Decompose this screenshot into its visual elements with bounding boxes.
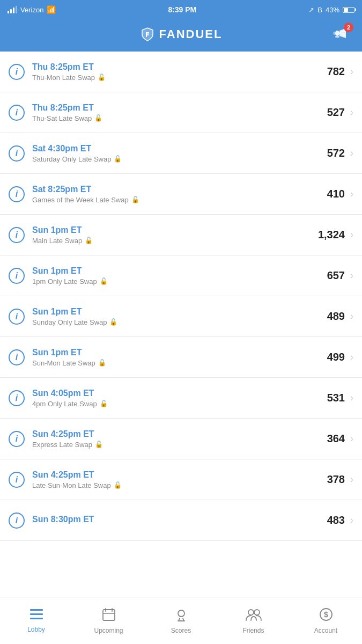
- scores-label: Scores: [171, 627, 191, 634]
- info-icon[interactable]: i: [9, 105, 25, 121]
- friends-label: Friends: [242, 627, 264, 634]
- contest-time: Sun 1pm ET: [32, 225, 313, 235]
- app-name: FANDUEL: [159, 27, 223, 41]
- contest-count: 499: [313, 351, 345, 363]
- lock-icon: 🔓: [94, 114, 102, 122]
- contest-info: Sun 4:05pm ET 4pm Only Late Swap 🔓: [32, 389, 313, 408]
- info-icon[interactable]: i: [9, 64, 25, 80]
- info-icon[interactable]: i: [9, 268, 25, 284]
- info-icon[interactable]: i: [9, 472, 25, 488]
- chevron-right-icon: ›: [350, 66, 353, 77]
- contest-time: Sat 8:25pm ET: [32, 185, 313, 194]
- chevron-right-icon: ›: [350, 474, 353, 485]
- contest-name: Express Late Swap 🔓: [32, 441, 313, 449]
- info-icon[interactable]: i: [9, 309, 25, 325]
- contest-row[interactable]: i Sun 8:30pm ET 483 ›: [0, 500, 362, 541]
- chevron-right-icon: ›: [350, 433, 353, 444]
- contest-name: Sunday Only Late Swap 🔓: [32, 318, 313, 326]
- contest-info: Sun 8:30pm ET: [32, 515, 313, 526]
- contest-info: Sun 1pm ET Sunday Only Late Swap 🔓: [32, 307, 313, 326]
- lock-icon: 🔓: [85, 237, 93, 244]
- contest-time: Sun 4:05pm ET: [32, 389, 313, 398]
- nav-item-friends[interactable]: Friends: [217, 597, 290, 644]
- contest-list: i Thu 8:25pm ET Thu-Mon Late Swap 🔓 782 …: [0, 52, 362, 588]
- nav-item-account[interactable]: $ Account: [290, 597, 362, 644]
- lock-icon: 🔓: [95, 441, 103, 448]
- app-header: FANDUEL 2: [0, 19, 362, 52]
- lock-icon: 🔓: [109, 318, 117, 326]
- chevron-right-icon: ›: [350, 311, 353, 322]
- contest-count: 378: [313, 473, 345, 486]
- lobby-label: Lobby: [27, 626, 45, 633]
- contest-row[interactable]: i Thu 8:25pm ET Thu-Mon Late Swap 🔓 782 …: [0, 52, 362, 92]
- svg-point-14: [248, 610, 254, 615]
- contest-row[interactable]: i Sat 4:30pm ET Saturday Only Late Swap …: [0, 133, 362, 174]
- chevron-right-icon: ›: [350, 148, 353, 159]
- contest-row[interactable]: i Thu 8:25pm ET Thu-Sat Late Swap 🔓 527 …: [0, 92, 362, 133]
- chevron-right-icon: ›: [350, 515, 353, 526]
- nav-item-scores[interactable]: Scores: [145, 597, 217, 644]
- contest-count: 410: [313, 188, 345, 200]
- friends-icon: [246, 608, 262, 625]
- contest-name: 4pm Only Late Swap 🔓: [32, 400, 313, 408]
- scores-icon: [174, 608, 188, 625]
- notification-badge: 2: [344, 23, 353, 32]
- svg-rect-3: [30, 609, 43, 611]
- info-icon[interactable]: i: [9, 513, 25, 529]
- lock-icon: 🔓: [114, 155, 122, 163]
- contest-count: 531: [313, 392, 345, 404]
- fanduel-shield-icon: [140, 27, 155, 42]
- info-icon[interactable]: i: [9, 349, 25, 365]
- chevron-right-icon: ›: [350, 107, 353, 118]
- contest-row[interactable]: i Sun 1pm ET Sun-Mon Late Swap 🔓 499 ›: [0, 337, 362, 378]
- location-icon: ↗: [308, 6, 314, 14]
- svg-rect-5: [30, 618, 43, 619]
- contest-row[interactable]: i Sun 1pm ET 1pm Only Late Swap 🔓 657 ›: [0, 255, 362, 296]
- info-icon[interactable]: i: [9, 227, 25, 243]
- lock-icon: 🔓: [114, 481, 122, 489]
- status-time: 8:39 PM: [168, 5, 196, 14]
- contest-count: 657: [313, 269, 345, 282]
- contest-name: Thu-Sat Late Swap 🔓: [32, 114, 313, 122]
- contest-name: Main Late Swap 🔓: [32, 237, 313, 245]
- contest-name: Sun-Mon Late Swap 🔓: [32, 359, 313, 367]
- lock-icon: 🔓: [98, 74, 106, 81]
- wifi-icon: 📶: [47, 5, 56, 14]
- info-icon[interactable]: i: [9, 431, 25, 447]
- contest-count: 572: [313, 147, 345, 159]
- contest-row[interactable]: i Sun 4:05pm ET 4pm Only Late Swap 🔓 531…: [0, 378, 362, 419]
- contest-time: Sun 1pm ET: [32, 307, 313, 317]
- upcoming-icon: [102, 608, 116, 625]
- status-right: ↗ B 43%: [308, 6, 354, 14]
- contest-info: Sun 1pm ET 1pm Only Late Swap 🔓: [32, 266, 313, 286]
- contest-row[interactable]: i Sun 1pm ET Sunday Only Late Swap 🔓 489…: [0, 296, 362, 337]
- chevron-right-icon: ›: [350, 392, 353, 404]
- contest-name: Thu-Mon Late Swap 🔓: [32, 74, 313, 82]
- nav-item-upcoming[interactable]: Upcoming: [72, 597, 145, 644]
- contest-time: Thu 8:25pm ET: [32, 62, 313, 72]
- nav-item-lobby[interactable]: Lobby: [0, 597, 72, 644]
- notification-button[interactable]: 2: [332, 25, 351, 44]
- svg-point-10: [178, 610, 184, 617]
- contest-info: Sat 4:30pm ET Saturday Only Late Swap 🔓: [32, 144, 313, 163]
- contest-time: Sat 4:30pm ET: [32, 144, 313, 153]
- contest-info: Sun 1pm ET Main Late Swap 🔓: [32, 225, 313, 245]
- info-icon[interactable]: i: [9, 145, 25, 162]
- lock-icon: 🔓: [131, 196, 139, 203]
- contest-row[interactable]: i Sat 8:25pm ET Games of the Week Late S…: [0, 174, 362, 215]
- signal-icon: [8, 6, 17, 13]
- lock-icon: 🔓: [100, 400, 108, 407]
- contest-time: Sun 1pm ET: [32, 348, 313, 357]
- contest-info: Sun 4:25pm ET Express Late Swap 🔓: [32, 429, 313, 449]
- contest-time: Sun 8:30pm ET: [32, 515, 313, 524]
- info-icon[interactable]: i: [9, 186, 25, 202]
- bottom-navigation: Lobby Upcoming Scores: [0, 597, 362, 644]
- contest-count: 489: [313, 310, 345, 323]
- contest-row[interactable]: i Sun 4:25pm ET Late Sun-Mon Late Swap 🔓…: [0, 459, 362, 500]
- chevron-right-icon: ›: [350, 270, 353, 281]
- contest-info: Sat 8:25pm ET Games of the Week Late Swa…: [32, 185, 313, 204]
- info-icon[interactable]: i: [9, 390, 25, 406]
- contest-row[interactable]: i Sun 4:25pm ET Express Late Swap 🔓 364 …: [0, 419, 362, 459]
- contest-name: Games of the Week Late Swap 🔓: [32, 196, 313, 204]
- contest-row[interactable]: i Sun 1pm ET Main Late Swap 🔓 1,324 ›: [0, 215, 362, 255]
